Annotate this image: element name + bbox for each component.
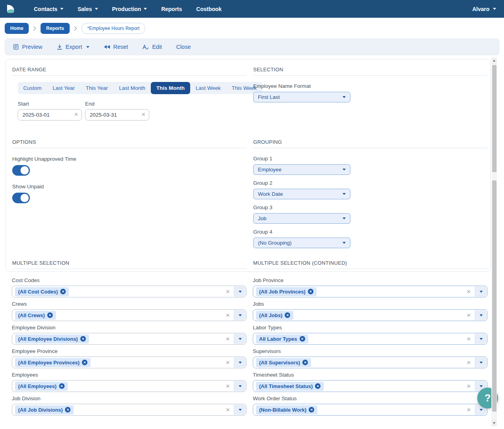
user-menu[interactable]: Alvaro — [472, 6, 496, 12]
clear-icon[interactable]: ✕ — [226, 407, 230, 413]
job-division-multiselect[interactable]: (All Job Divisions) ✕ ✕ — [12, 404, 246, 416]
reset-button[interactable]: Reset — [104, 44, 128, 50]
edit-button[interactable]: Edit — [142, 44, 162, 50]
selected-chip[interactable]: (All Employee Divisions) ✕ — [15, 334, 89, 344]
start-date-input[interactable] — [18, 109, 82, 121]
employee-division-multiselect[interactable]: (All Employee Divisions) ✕ ✕ — [12, 333, 246, 345]
breadcrumb-reports[interactable]: Reports — [41, 23, 69, 34]
vertical-scrollbar[interactable] — [491, 58, 497, 426]
clear-icon[interactable]: ✕ — [226, 336, 230, 342]
menu-reports[interactable]: Reports — [159, 6, 184, 12]
selected-chip[interactable]: (All Timesheet Status) ✕ — [256, 382, 324, 391]
show-unpaid-toggle[interactable] — [12, 193, 30, 203]
clear-icon[interactable]: ✕ — [226, 383, 230, 389]
end-date-input[interactable] — [85, 109, 149, 121]
chevron-down-icon[interactable] — [475, 286, 487, 297]
scrollbar-thumb[interactable] — [492, 65, 497, 172]
employee-name-format-select[interactable]: First Last — [253, 92, 350, 102]
tab-this-month[interactable]: This Month — [151, 82, 190, 94]
menu-contacts[interactable]: Contacts — [32, 6, 65, 12]
chevron-down-icon[interactable] — [475, 357, 487, 368]
selected-chip[interactable]: (All Crews) ✕ — [15, 311, 56, 320]
selected-chip[interactable]: (All Supervisors) ✕ — [256, 358, 311, 367]
clear-icon[interactable]: ✕ — [226, 312, 230, 318]
chevron-down-icon[interactable] — [234, 381, 246, 391]
group-1-select[interactable]: Employee — [253, 164, 350, 175]
clear-icon[interactable]: ✕ — [467, 312, 471, 318]
highlight-unapproved-time-toggle[interactable] — [12, 165, 30, 176]
selected-chip[interactable]: (All Job Divisions) ✕ — [15, 405, 74, 414]
close-button[interactable]: Close — [176, 44, 191, 50]
breadcrumb-current-report[interactable]: *Employee Hours Report — [82, 23, 146, 34]
job-province-multiselect[interactable]: (All Job Provinces) ✕ ✕ — [253, 286, 487, 297]
tab-custom[interactable]: Custom — [18, 82, 47, 94]
chevron-down-icon[interactable] — [234, 310, 246, 320]
chip-remove-icon[interactable]: ✕ — [302, 360, 308, 365]
field-work-order-status: Work Order Status (Non-Billable Work) ✕ … — [253, 396, 487, 416]
field-job-division: Job Division (All Job Divisions) ✕ ✕ — [12, 396, 246, 416]
chip-remove-icon[interactable]: ✕ — [65, 407, 70, 412]
clear-icon[interactable]: ✕ — [141, 112, 146, 117]
clear-icon[interactable]: ✕ — [467, 383, 471, 389]
chevron-down-icon[interactable] — [475, 334, 487, 344]
group-3-select[interactable]: Job — [253, 213, 350, 224]
preview-button[interactable]: Preview — [13, 44, 43, 50]
work-order-status-multiselect[interactable]: (Non-Billable Work) ✕ ✕ — [253, 404, 487, 416]
chevron-down-icon[interactable] — [475, 310, 487, 320]
selected-chip[interactable]: (Non-Billable Work) ✕ — [256, 405, 317, 414]
clear-icon[interactable]: ✕ — [467, 407, 471, 413]
employee-province-multiselect[interactable]: (All Employee Provinces) ✕ ✕ — [12, 357, 246, 368]
chevron-down-icon — [343, 242, 346, 244]
group-2-select[interactable]: Work Date — [253, 189, 350, 199]
cost-codes-multiselect[interactable]: (All Cost Codes) ✕ ✕ — [12, 286, 246, 297]
employees-multiselect[interactable]: (All Employees) ✕ ✕ — [12, 380, 246, 392]
scroll-down-button[interactable] — [491, 420, 497, 426]
tab-last-month[interactable]: Last Month — [113, 82, 151, 94]
app-logo-icon[interactable] — [6, 4, 16, 14]
chip-remove-icon[interactable]: ✕ — [59, 383, 65, 389]
jobs-multiselect[interactable]: (All Jobs) ✕ ✕ — [253, 309, 487, 321]
chip-remove-icon[interactable]: ✕ — [82, 360, 87, 365]
tab-last-week[interactable]: Last Week — [190, 82, 226, 94]
chip-remove-icon[interactable]: ✕ — [47, 312, 53, 318]
chip-remove-icon[interactable]: ✕ — [309, 407, 314, 412]
scrollbar-thumb[interactable] — [492, 180, 497, 412]
clear-icon[interactable]: ✕ — [467, 359, 471, 366]
start-date-label: Start — [18, 101, 82, 107]
clear-icon[interactable]: ✕ — [74, 112, 78, 117]
chevron-down-icon[interactable] — [234, 357, 246, 368]
selected-chip[interactable]: All Labor Types ✕ — [256, 334, 308, 344]
crews-multiselect[interactable]: (All Crews) ✕ ✕ — [12, 309, 246, 321]
scroll-up-button[interactable] — [491, 58, 497, 64]
tab-this-year[interactable]: This Year — [80, 82, 113, 94]
group-4-select[interactable]: (No Grouping) — [253, 238, 350, 248]
selected-chip[interactable]: (All Cost Codes) ✕ — [15, 287, 69, 296]
chevron-down-icon[interactable] — [234, 334, 246, 344]
tab-last-year[interactable]: Last Year — [47, 82, 80, 94]
clear-icon[interactable]: ✕ — [467, 336, 471, 342]
labor-types-multiselect[interactable]: All Labor Types ✕ ✕ — [253, 333, 487, 345]
selected-chip[interactable]: (All Jobs) ✕ — [256, 311, 293, 320]
selected-chip[interactable]: (All Job Provinces) ✕ — [256, 287, 317, 296]
menu-costbook[interactable]: Costbook — [194, 6, 224, 12]
selected-chip[interactable]: (All Employee Provinces) ✕ — [15, 358, 91, 367]
export-button[interactable]: Export — [57, 44, 89, 50]
clear-icon[interactable]: ✕ — [226, 359, 230, 366]
chip-remove-icon[interactable]: ✕ — [315, 383, 321, 389]
menu-sales[interactable]: Sales — [76, 6, 100, 12]
clear-icon[interactable]: ✕ — [226, 288, 230, 295]
selected-chip[interactable]: (All Employees) ✕ — [15, 382, 68, 391]
timesheet-status-multiselect[interactable]: (All Timesheet Status) ✕ ✕ — [253, 380, 487, 392]
supervisors-multiselect[interactable]: (All Supervisors) ✕ ✕ — [253, 357, 487, 368]
menu-production[interactable]: Production — [110, 6, 149, 12]
group-4-value: (No Grouping) — [258, 240, 292, 246]
chip-remove-icon[interactable]: ✕ — [300, 336, 305, 342]
breadcrumb-home[interactable]: Home — [5, 23, 29, 34]
chip-remove-icon[interactable]: ✕ — [60, 289, 66, 294]
chip-remove-icon[interactable]: ✕ — [80, 336, 86, 342]
chip-remove-icon[interactable]: ✕ — [285, 312, 290, 318]
chevron-down-icon[interactable] — [234, 405, 246, 415]
chip-remove-icon[interactable]: ✕ — [308, 289, 313, 294]
chevron-down-icon[interactable] — [234, 286, 246, 297]
clear-icon[interactable]: ✕ — [467, 288, 471, 295]
